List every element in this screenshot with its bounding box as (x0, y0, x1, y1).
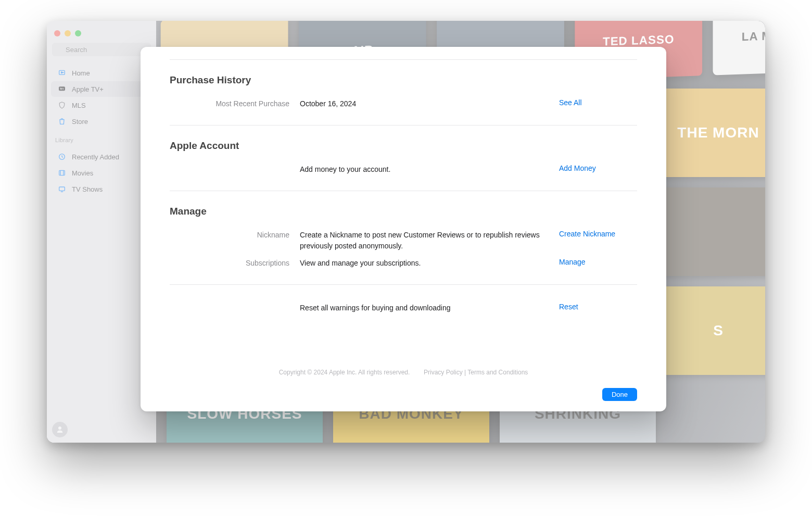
row-label: Nickname (170, 230, 289, 241)
account-settings-modal: Purchase History Most Recent Purchase Oc… (141, 47, 666, 411)
row-value: View and manage your subscriptions. (300, 258, 549, 269)
row-value: Add money to your account. (300, 164, 549, 175)
sidebar: Home tv+ Apple TV+ MLS Store Library (47, 21, 156, 443)
row-label: Most Recent Purchase (170, 98, 289, 109)
see-all-link[interactable]: See All (559, 98, 582, 107)
row-value: Reset all warnings for buying and downlo… (300, 303, 549, 313)
section-manage: Manage Nickname Create a Nickname to pos… (170, 191, 637, 284)
row-value: Create a Nickname to post new Customer R… (300, 230, 549, 252)
section-purchase-history: Purchase History Most Recent Purchase Oc… (170, 60, 637, 125)
row-nickname: Nickname Create a Nickname to post new C… (170, 227, 637, 255)
modal-footer: Done (170, 384, 637, 401)
app-window: Home tv+ Apple TV+ MLS Store Library (47, 21, 765, 443)
section-reset: Reset all warnings for buying and downlo… (170, 285, 637, 329)
section-title: Manage (170, 206, 637, 217)
row-value: October 16, 2024 (300, 98, 549, 109)
reset-link[interactable]: Reset (559, 303, 578, 311)
add-money-link[interactable]: Add Money (559, 164, 596, 172)
done-button[interactable]: Done (602, 388, 637, 401)
section-title: Purchase History (170, 74, 637, 86)
sidebar-dim-overlay (47, 21, 156, 443)
row-subscriptions: Subscriptions View and manage your subsc… (170, 255, 637, 272)
create-nickname-link[interactable]: Create Nickname (559, 230, 615, 238)
row-label: Subscriptions (170, 258, 289, 269)
row-most-recent-purchase: Most Recent Purchase October 16, 2024 Se… (170, 95, 637, 112)
section-title: Apple Account (170, 140, 637, 152)
section-apple-account: Apple Account Add money to your account.… (170, 126, 637, 191)
manage-subscriptions-link[interactable]: Manage (559, 258, 586, 266)
row-add-money: Add money to your account. Add Money (170, 161, 637, 178)
row-reset-warnings: Reset all warnings for buying and downlo… (170, 299, 637, 317)
